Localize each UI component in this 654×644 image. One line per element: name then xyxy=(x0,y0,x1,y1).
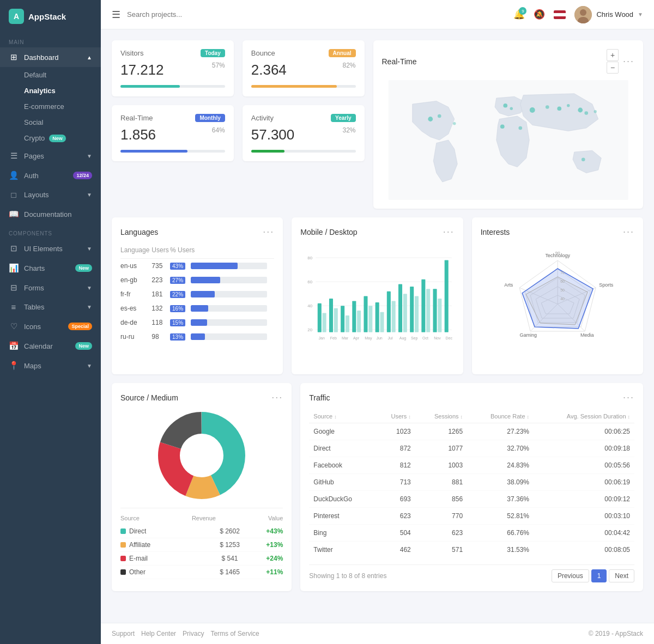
icons-icon: ♡ xyxy=(9,321,19,331)
sort-icon[interactable]: ↕ xyxy=(628,414,631,420)
sidebar-section-components: Components xyxy=(0,224,101,239)
realtime-bar-wrap xyxy=(120,150,225,153)
svg-text:Nov: Nov xyxy=(434,336,441,340)
table-row: Bing 504 623 66.76% 00:04:42 xyxy=(309,525,634,542)
svg-point-14 xyxy=(594,110,597,113)
source-name: E-mail xyxy=(120,555,193,562)
language-flag[interactable] xyxy=(554,10,566,19)
lang-bar xyxy=(191,291,215,297)
map-options[interactable]: ··· xyxy=(623,56,634,67)
charts-badge: New xyxy=(75,264,92,272)
svg-rect-29 xyxy=(329,299,333,332)
user-menu[interactable]: Chris Wood ▼ xyxy=(574,6,643,23)
footer-terms-link[interactable]: Terms of Service xyxy=(210,630,259,637)
sort-icon[interactable]: ↕ xyxy=(527,414,530,420)
footer-privacy-link[interactable]: Privacy xyxy=(183,630,204,637)
sidebar-item-maps[interactable]: 📍 Maps ▼ xyxy=(0,356,101,375)
users-cell: 735 xyxy=(152,259,170,274)
search-input[interactable] xyxy=(127,10,507,19)
svg-rect-41 xyxy=(398,284,402,332)
chevron-down-icon: ▼ xyxy=(87,304,92,310)
header-actions: 🔔 9 🔕 Chris Wood ▼ xyxy=(513,6,643,23)
svg-point-8 xyxy=(529,107,535,113)
sidebar-item-default[interactable]: Default xyxy=(24,67,101,83)
prev-page-button[interactable]: Previous xyxy=(552,569,589,582)
sidebar-item-ui-elements[interactable]: ⊡ UI Elements ▼ xyxy=(0,239,101,258)
realtime-title: Real-Time xyxy=(120,114,153,122)
bounce-badge: Annual xyxy=(329,49,356,57)
lang-bar-wrap xyxy=(191,263,267,269)
languages-options[interactable]: ··· xyxy=(263,226,274,238)
bounce-cell: 32.70% xyxy=(467,440,534,457)
svg-text:Feb: Feb xyxy=(330,336,337,340)
mute-icon[interactable]: 🔕 xyxy=(534,9,545,20)
notifications-icon[interactable]: 🔔 9 xyxy=(513,9,525,20)
svg-text:Dec: Dec xyxy=(446,336,453,340)
sidebar-item-auth[interactable]: 👤 Auth 12/24 xyxy=(0,166,101,185)
app-logo[interactable]: A AppStack xyxy=(0,0,101,33)
footer-support-link[interactable]: Support xyxy=(112,630,135,637)
svg-text:Aug: Aug xyxy=(399,336,407,341)
pct-bar-cell: 22% xyxy=(170,287,274,301)
tables-icon: ≡ xyxy=(9,302,19,312)
source-value: +24% xyxy=(266,555,283,562)
svg-point-15 xyxy=(518,126,522,130)
sidebar-item-pages[interactable]: ☰ Pages ▼ xyxy=(0,146,101,166)
calendar-badge: New xyxy=(75,342,92,350)
map-zoom-out[interactable]: − xyxy=(607,62,619,74)
sidebar-item-social[interactable]: Social xyxy=(24,114,101,130)
sidebar-item-charts[interactable]: 📊 Charts New xyxy=(0,258,101,278)
sidebar-item-analytics[interactable]: Analytics xyxy=(24,83,101,99)
world-map-svg xyxy=(382,80,635,200)
sessions-cell: 1003 xyxy=(415,457,467,474)
interests-options[interactable]: ··· xyxy=(623,226,634,238)
traffic-options[interactable]: ··· xyxy=(623,392,634,403)
sidebar-item-tables[interactable]: ≡ Tables ▼ xyxy=(0,297,101,317)
sidebar-item-label: Documentation xyxy=(24,210,71,218)
source-table-header: Source Revenue Value xyxy=(120,513,283,525)
sidebar-item-layouts[interactable]: □ Layouts ▼ xyxy=(0,185,101,204)
map-zoom-in[interactable]: + xyxy=(607,49,619,61)
sidebar-item-calendar[interactable]: 📅 Calendar New xyxy=(0,336,101,356)
svg-text:20: 20 xyxy=(308,327,313,332)
bounce-bar-wrap xyxy=(251,85,356,88)
footer: Support Help Center Privacy Terms of Ser… xyxy=(101,623,654,644)
lang-bar-wrap xyxy=(191,333,267,340)
source-cell: Direct xyxy=(309,440,375,457)
svg-text:50: 50 xyxy=(560,288,565,292)
traffic-col-header: Users↕ xyxy=(376,410,415,423)
duration-cell: 00:09:12 xyxy=(534,491,634,508)
charts-icon: 📊 xyxy=(9,263,19,273)
sidebar-item-forms[interactable]: ⊟ Forms ▼ xyxy=(0,278,101,297)
sidebar-item-dashboard[interactable]: ⊞ Dashboard ▲ xyxy=(0,47,101,67)
svg-rect-42 xyxy=(403,294,407,332)
page-1-button[interactable]: 1 xyxy=(591,569,607,582)
sidebar-item-ecommerce[interactable]: E-commerce xyxy=(24,99,101,114)
revenue-col-label: Revenue xyxy=(192,515,216,521)
map-card: Real-Time + − ··· xyxy=(373,40,644,209)
menu-icon[interactable]: ☰ xyxy=(112,9,120,21)
sort-icon[interactable]: ↕ xyxy=(408,414,411,420)
list-item: E-mail $ 541 +24% xyxy=(120,552,283,566)
sidebar-item-documentation[interactable]: 📖 Documentation xyxy=(0,204,101,224)
svg-text:70: 70 xyxy=(560,271,565,275)
next-page-button[interactable]: Next xyxy=(609,569,634,582)
sort-icon[interactable]: ↕ xyxy=(334,414,337,420)
svg-point-88 xyxy=(181,435,222,476)
footer-help-link[interactable]: Help Center xyxy=(141,630,176,637)
sidebar-item-crypto[interactable]: Crypto New xyxy=(24,130,101,146)
svg-rect-39 xyxy=(387,291,391,332)
svg-rect-32 xyxy=(346,315,349,332)
mobile-desktop-options[interactable]: ··· xyxy=(443,226,455,238)
source-medium-header: Source / Medium ··· xyxy=(120,392,283,403)
svg-point-7 xyxy=(510,107,513,111)
bounce-cell: 66.76% xyxy=(467,525,534,542)
sidebar-item-icons[interactable]: ♡ Icons Special xyxy=(0,317,101,336)
footer-links: Support Help Center Privacy Terms of Ser… xyxy=(112,630,259,637)
auth-icon: 👤 xyxy=(9,171,19,180)
svg-text:Media: Media xyxy=(580,332,594,338)
bounce-value: 2.364 xyxy=(251,62,356,78)
chevron-down-icon: ▼ xyxy=(87,153,92,159)
source-medium-options[interactable]: ··· xyxy=(271,392,283,403)
sort-icon[interactable]: ↕ xyxy=(461,414,463,420)
